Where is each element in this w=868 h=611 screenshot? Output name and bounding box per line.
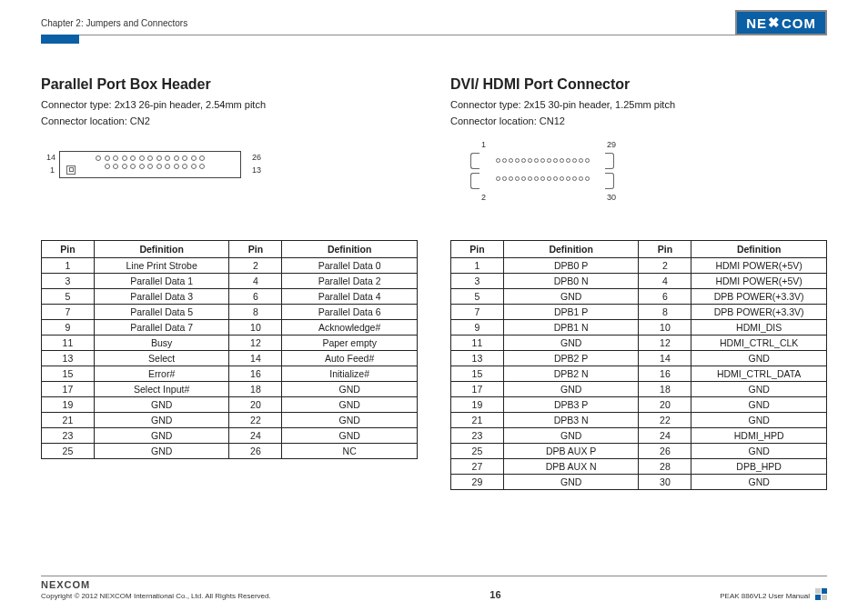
table-row: 9DPB1 N10HDMI_DIS [451,319,827,335]
cell-definition: DPB_HPD [691,458,827,474]
cell-pin: 28 [639,458,691,474]
page-number: 16 [490,589,500,600]
cell-definition: Parallel Data 5 [94,304,229,319]
cell-definition: DPB2 P [503,350,639,366]
cell-definition: GND [691,396,827,412]
diag-pin-1: 1 [50,165,55,175]
cell-pin: 26 [639,443,691,458]
table-row: 13Select14Auto Feed# [42,350,418,366]
table-row: 5GND6DPB POWER(+3.3V) [451,288,827,304]
cell-definition: DPB3 P [503,396,639,412]
cell-definition: GND [282,381,418,396]
table-row: 15Error#16Initialize# [42,366,418,381]
table-row: 7DPB1 P8DPB POWER(+3.3V) [451,304,827,319]
pin1-square-icon [66,165,76,175]
cell-pin: 16 [229,366,282,381]
cell-definition: DPB AUX N [503,458,639,474]
cell-pin: 15 [42,366,95,381]
nexcom-logo: NE✖COM [735,10,827,35]
cell-pin: 20 [229,396,282,412]
logo-x-icon: ✖ [768,15,781,31]
pin-hole-icon [496,158,500,163]
diag-pin-14: 14 [46,153,56,162]
cell-pin: 4 [229,273,282,288]
th-def: Definition [503,240,639,257]
cell-pin: 4 [639,273,691,288]
cell-pin: 18 [639,381,691,396]
cell-pin: 14 [639,350,691,366]
footer-doc: PEAK 886VL2 User Manual [720,592,810,600]
cell-definition: GND [503,288,639,304]
cell-definition: Initialize# [282,366,418,381]
cell-pin: 17 [42,381,95,396]
table-row: 21DPB3 N22GND [451,412,827,427]
cell-definition: GND [503,335,639,350]
parallel-port-table: Pin Definition Pin Definition 1Line Prin… [41,240,418,459]
cell-definition: DPB2 N [503,366,639,381]
table-row: 1DPB0 P2HDMI POWER(+5V) [451,257,827,273]
bracket-icon [605,153,614,169]
cell-definition: GND [94,443,229,458]
table-row: 1Line Print Strobe2Parallel Data 0 [42,257,418,273]
cell-pin: 22 [229,412,282,427]
page-footer: NEXCOM Copyright © 2012 NEXCOM Internati… [41,576,827,600]
cell-definition: Line Print Strobe [94,257,229,273]
cell-pin: 22 [639,412,691,427]
header-rule [41,35,827,35]
cell-definition: DPB POWER(+3.3V) [691,288,827,304]
cell-pin: 11 [42,335,95,350]
th-def: Definition [691,240,827,257]
cell-definition: HDMI_CTRL_CLK [691,335,827,350]
cell-definition: GND [94,396,229,412]
th-pin: Pin [42,240,95,257]
table-row: 29GND30GND [451,474,827,489]
diag-pin-29: 29 [607,140,616,149]
cell-definition: GND [691,474,827,489]
main-content: Parallel Port Box Header Connector type:… [41,76,827,490]
table-row: 21GND22GND [42,412,418,427]
cell-definition: Parallel Data 2 [282,273,418,288]
right-conn-loc: Connector location: CN12 [450,115,827,129]
bracket-icon [605,173,614,189]
left-title: Parallel Port Box Header [41,76,418,93]
cell-definition: HDMI POWER(+5V) [691,273,827,288]
cell-definition: Error# [94,366,229,381]
cell-definition: Acknowledge# [282,319,418,335]
cell-pin: 14 [229,350,282,366]
cell-pin: 10 [639,319,691,335]
drow-top [474,153,611,163]
pin-row-bottom [67,164,233,169]
pport-body [59,151,241,178]
cell-pin: 26 [229,443,282,458]
table-row: 11GND12HDMI_CTRL_CLK [451,335,827,350]
table-row: 23GND24GND [42,427,418,443]
header-blue-tab [41,35,79,44]
cell-pin: 9 [451,319,504,335]
cell-pin: 1 [451,257,504,273]
cell-pin: 8 [639,304,691,319]
cell-pin: 24 [229,427,282,443]
cell-definition: GND [503,381,639,396]
cell-pin: 3 [451,273,504,288]
pin-row-top [67,155,233,161]
cell-pin: 3 [42,273,95,288]
cell-definition: Parallel Data 7 [94,319,229,335]
cell-definition: DPB1 N [503,319,639,335]
table-row: 19DPB3 P20GND [451,396,827,412]
cell-definition: Busy [94,335,229,350]
drow-bottom [474,173,611,181]
cell-pin: 19 [451,396,504,412]
cell-pin: 13 [451,350,504,366]
cell-definition: Parallel Data 0 [282,257,418,273]
cell-pin: 11 [451,335,504,350]
cell-definition: HDMI_HPD [691,427,827,443]
cell-definition: DPB3 N [503,412,639,427]
table-row: 3DPB0 N4HDMI POWER(+5V) [451,273,827,288]
cell-pin: 1 [42,257,95,273]
right-column: DVI/ HDMI Port Connector Connector type:… [450,76,827,490]
cell-definition: DPB1 P [503,304,639,319]
cell-definition: Paper empty [282,335,418,350]
cell-pin: 9 [42,319,95,335]
footer-rule [41,576,827,576]
cell-definition: Parallel Data 1 [94,273,229,288]
